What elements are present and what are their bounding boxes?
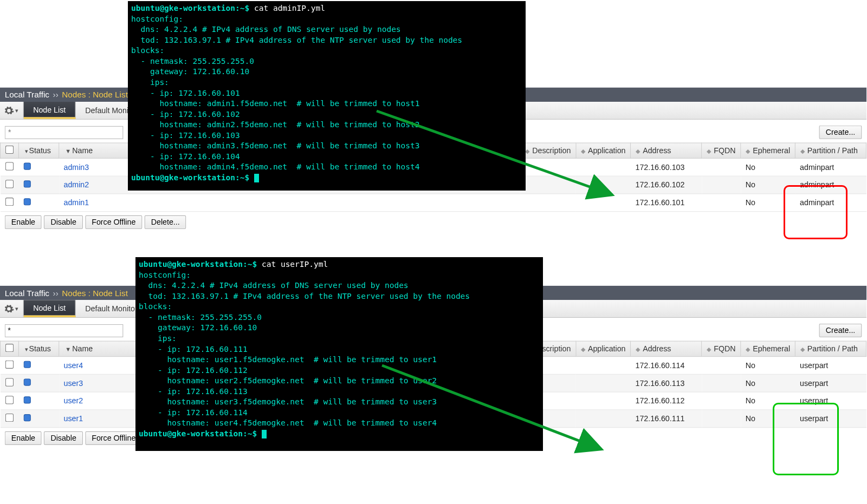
ephemeral-cell: No	[746, 361, 755, 370]
node-name-link[interactable]: user3	[63, 379, 83, 388]
address-cell: 172.16.60.111	[636, 414, 685, 423]
select-all-checkbox[interactable]	[5, 146, 14, 154]
status-icon	[23, 163, 30, 170]
partition-cell: userpart	[800, 379, 828, 388]
select-all-checkbox[interactable]	[5, 344, 14, 352]
search-input[interactable]	[5, 324, 124, 337]
disable-button[interactable]: Disable	[44, 215, 82, 229]
sort-icon[interactable]: ◆	[636, 148, 640, 154]
col-address[interactable]: Address	[643, 344, 671, 353]
partition-cell: adminpart	[800, 180, 834, 189]
sort-icon[interactable]: ◆	[746, 148, 750, 154]
node-name-link[interactable]: admin1	[63, 198, 89, 207]
row-checkbox[interactable]	[5, 162, 14, 170]
ephemeral-cell: No	[746, 396, 755, 405]
delete-button[interactable]: Delete...	[145, 215, 186, 229]
breadcrumb-leaf: Nodes : Node List	[62, 288, 128, 297]
search-input[interactable]	[5, 126, 124, 139]
terminal-admin: ubuntu@gke-workstation:~$ cat adminIP.ym…	[128, 1, 526, 191]
force-offline-button[interactable]: Force Offline	[85, 431, 142, 445]
create-button[interactable]: Create...	[819, 324, 862, 337]
node-name-link[interactable]: user2	[63, 396, 83, 405]
breadcrumb-leaf: Nodes : Node List	[62, 90, 128, 99]
sort-icon[interactable]: ◆	[581, 346, 586, 352]
address-cell: 172.16.60.112	[636, 396, 685, 405]
row-checkbox[interactable]	[5, 414, 14, 422]
sort-icon[interactable]: ◆	[800, 148, 805, 154]
settings-menu[interactable]: ▾	[0, 102, 24, 119]
tab-label: Node List	[33, 303, 66, 312]
col-status[interactable]: Status	[29, 344, 51, 353]
status-icon	[23, 198, 30, 205]
col-description[interactable]: Description	[532, 146, 571, 155]
status-icon	[23, 379, 30, 386]
row-checkbox[interactable]	[5, 396, 14, 404]
col-ephemeral[interactable]: Ephemeral	[753, 344, 790, 353]
node-name-link[interactable]: admin3	[63, 163, 89, 172]
status-icon	[23, 414, 30, 421]
sort-icon[interactable]: ◆	[800, 346, 805, 352]
partition-cell: userpart	[800, 414, 828, 423]
settings-menu[interactable]: ▾	[0, 300, 24, 317]
col-application[interactable]: Application	[588, 344, 626, 353]
ephemeral-cell: No	[746, 414, 755, 423]
sort-icon[interactable]: ◆	[707, 346, 711, 352]
address-cell: 172.16.60.114	[636, 361, 685, 370]
sort-down-icon[interactable]: ▼	[65, 346, 71, 352]
sort-icon[interactable]: ◆	[636, 346, 640, 352]
tab-label: Default Monitor	[85, 304, 137, 313]
create-button[interactable]: Create...	[819, 126, 862, 139]
tab-node-list[interactable]: Node List	[24, 300, 76, 317]
sort-icon[interactable]: ◆	[525, 148, 530, 154]
tab-label: Node List	[33, 105, 66, 114]
partition-cell: userpart	[800, 361, 828, 370]
status-icon	[23, 180, 30, 187]
node-name-link[interactable]: user1	[63, 414, 83, 423]
row-checkbox[interactable]	[5, 198, 14, 206]
row-checkbox[interactable]	[5, 378, 14, 386]
col-fqdn[interactable]: FQDN	[714, 146, 735, 155]
address-cell: 172.16.60.101	[636, 198, 685, 207]
chevron-down-icon: ▾	[15, 107, 18, 114]
breadcrumb-sep: ››	[53, 90, 59, 99]
enable-button[interactable]: Enable	[5, 215, 42, 229]
col-ephemeral[interactable]: Ephemeral	[753, 146, 790, 155]
col-name[interactable]: Name	[72, 344, 93, 353]
col-fqdn[interactable]: FQDN	[714, 344, 735, 353]
partition-cell: adminpart	[800, 198, 834, 207]
ephemeral-cell: No	[746, 180, 755, 189]
tab-node-list[interactable]: Node List	[24, 102, 76, 119]
ephemeral-cell: No	[746, 198, 755, 207]
node-name-link[interactable]: user4	[63, 361, 83, 370]
row-checkbox[interactable]	[5, 361, 14, 369]
terminal-user: ubuntu@gke-workstation:~$ cat userIP.yml…	[135, 257, 543, 451]
force-offline-button[interactable]: Force Offline	[85, 215, 142, 229]
row-checkbox[interactable]	[5, 180, 14, 188]
col-name[interactable]: Name	[72, 146, 93, 155]
sort-icon[interactable]: ◆	[707, 148, 711, 154]
sort-icon[interactable]: ◆	[746, 346, 750, 352]
filter-icon[interactable]: ▾	[25, 346, 28, 352]
address-cell: 172.16.60.103	[636, 163, 685, 172]
enable-button[interactable]: Enable	[5, 431, 42, 445]
address-cell: 172.16.60.113	[636, 379, 685, 388]
breadcrumb-root: Local Traffic	[5, 90, 49, 99]
table-row: admin1172.16.60.101Noadminpart	[1, 194, 866, 212]
gear-icon	[4, 105, 15, 116]
ephemeral-cell: No	[746, 379, 755, 388]
col-application[interactable]: Application	[588, 146, 626, 155]
col-partition[interactable]: Partition / Path	[807, 344, 858, 353]
disable-button[interactable]: Disable	[44, 431, 82, 445]
breadcrumb-root: Local Traffic	[5, 288, 49, 297]
node-name-link[interactable]: admin2	[63, 180, 89, 189]
sort-down-icon[interactable]: ▼	[65, 148, 71, 154]
partition-cell: adminpart	[800, 163, 834, 172]
filter-icon[interactable]: ▾	[25, 148, 28, 154]
col-address[interactable]: Address	[643, 146, 671, 155]
partition-cell: userpart	[800, 396, 828, 405]
breadcrumb-sep: ››	[53, 288, 59, 297]
sort-icon[interactable]: ◆	[581, 148, 586, 154]
status-icon	[23, 396, 30, 403]
col-status[interactable]: Status	[29, 146, 51, 155]
col-partition[interactable]: Partition / Path	[807, 146, 858, 155]
